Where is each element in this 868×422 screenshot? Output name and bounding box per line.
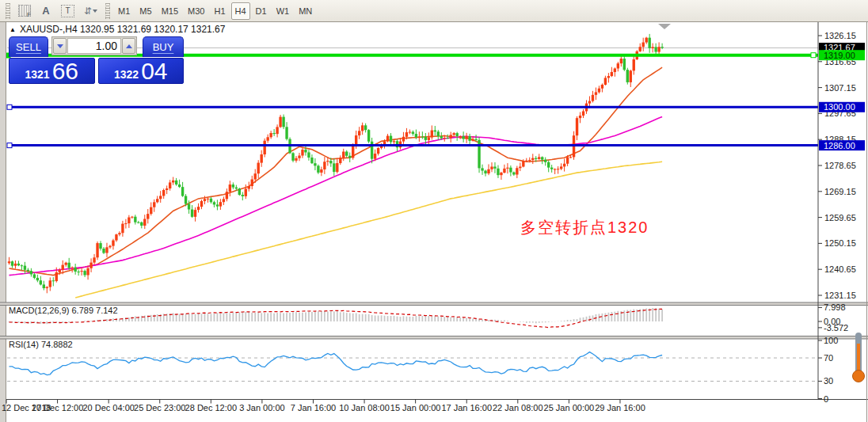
thermometer-bulb	[852, 370, 865, 382]
candle-body	[490, 166, 493, 169]
candle-body	[409, 132, 411, 133]
candle-body	[137, 222, 139, 223]
candle-body	[348, 156, 351, 158]
top-toolbar: F A T ⇵ M1M5M15M30H1H4D1W1MN	[0, 0, 868, 22]
buy-tab[interactable]: BUY	[143, 36, 184, 57]
candle-body	[248, 186, 250, 188]
time-tick-label: 15 Jan 00:00	[390, 403, 441, 412]
candle-body	[162, 190, 165, 196]
mt4-terminal: { "toolbar": { "icons": [ {"name": "grid…	[0, 0, 868, 422]
candle-body	[159, 196, 162, 199]
candle-body	[276, 127, 278, 134]
candle-body	[367, 130, 370, 142]
time-tick-label: 10 Jan 08:00	[339, 403, 390, 412]
time-tick-label: 17 Jan 16:00	[441, 403, 492, 412]
candle-body	[93, 257, 95, 262]
volume-input[interactable]	[67, 38, 121, 54]
toolbar-grip[interactable]	[105, 3, 110, 19]
volume-control	[51, 36, 137, 55]
candle-body	[592, 95, 594, 101]
timeframe-toolbar: M1M5M15M30H1H4D1W1MN	[113, 2, 317, 20]
candle-body	[115, 234, 117, 240]
candle-body	[516, 168, 518, 174]
timeframe-button-D1[interactable]: D1	[252, 2, 271, 20]
sell-price-button[interactable]: 1321 66	[9, 58, 95, 84]
text-label-button[interactable]: T	[57, 2, 78, 20]
candle-body	[506, 168, 508, 169]
rsi-label: RSI(14) 74.8882	[9, 340, 73, 349]
buy-price-button[interactable]: 1322 04	[98, 58, 185, 84]
candle-body	[465, 136, 467, 139]
candle-body	[550, 168, 553, 169]
candle-body	[412, 132, 414, 135]
timeframe-button-W1[interactable]: W1	[272, 2, 294, 20]
candle-body	[245, 189, 247, 196]
candle-body	[102, 249, 105, 253]
candle-body	[648, 38, 650, 48]
toolbar-grip[interactable]	[6, 3, 10, 19]
text-box-icon: T	[61, 5, 74, 17]
candle-body	[424, 137, 427, 140]
blue-line-handle[interactable]	[7, 143, 12, 148]
rsi-axis-label: 70	[824, 353, 833, 363]
candle-body	[298, 156, 300, 158]
candle-body	[654, 47, 657, 51]
candle-body	[254, 173, 257, 179]
volume-increase-button[interactable]	[122, 38, 135, 54]
candle-body	[333, 163, 335, 172]
timeframe-button-M15[interactable]: M15	[158, 2, 182, 20]
price-tick-label: 1326.15	[824, 31, 856, 40]
chevron-down-icon	[93, 10, 97, 15]
candle-body	[188, 203, 190, 209]
candle-body	[223, 199, 225, 202]
candle-body	[282, 117, 284, 127]
candle-body	[121, 224, 124, 234]
candle-body	[554, 169, 556, 170]
volume-decrease-button[interactable]	[53, 38, 67, 54]
time-tick-label: 17 Dec 12:00	[32, 403, 83, 412]
panel-splitter[interactable]	[0, 336, 868, 340]
candle-body	[46, 287, 48, 288]
candle-body	[105, 247, 108, 253]
candle-body	[317, 165, 319, 173]
candle-body	[471, 139, 474, 141]
candle-body	[77, 272, 79, 272]
panel-splitter[interactable]	[0, 302, 868, 306]
candle-body	[428, 137, 430, 139]
grid-button[interactable]: F	[14, 2, 35, 20]
font-button[interactable]: A	[36, 2, 55, 20]
candle-body	[147, 214, 149, 219]
blue-line-handle[interactable]	[7, 105, 12, 109]
macd-axis-label: 7.998	[824, 302, 846, 312]
candle-body	[178, 184, 181, 187]
candle-body	[67, 263, 70, 268]
timeframe-button-M30[interactable]: M30	[184, 2, 208, 20]
timeframe-button-H4[interactable]: H4	[231, 2, 250, 20]
candle-body	[352, 146, 354, 158]
green-line-handle[interactable]	[811, 53, 816, 58]
candle-body	[336, 163, 338, 172]
time-tick-label: 29 Jan 16:00	[595, 403, 645, 412]
rsi-axis-label: 100	[824, 336, 838, 345]
cursor-tool-button[interactable]: ⇵	[80, 2, 101, 20]
candle-body	[112, 241, 114, 246]
candle-body	[611, 72, 613, 76]
collapse-arrow-icon[interactable]: ▲	[10, 26, 16, 33]
timeframe-button-MN[interactable]: MN	[295, 2, 316, 20]
candle-body	[437, 131, 440, 136]
sell-tab[interactable]: SELL	[9, 36, 48, 57]
timeframe-button-M1[interactable]: M1	[114, 2, 134, 20]
candle-body	[30, 271, 32, 274]
timeframe-button-H1[interactable]: H1	[210, 2, 229, 20]
macd-axis-label: -3.572	[824, 323, 848, 333]
timeframe-button-M5[interactable]: M5	[135, 2, 155, 20]
candle-body	[219, 202, 222, 206]
candle-body	[204, 199, 206, 201]
price-tick-label: 1259.65	[824, 213, 856, 222]
candle-body	[17, 264, 20, 265]
buy-price-pips: 04	[141, 60, 167, 83]
candle-body	[43, 284, 45, 288]
candle-body	[560, 166, 562, 169]
candle-body	[569, 157, 572, 158]
candle-body	[323, 162, 326, 169]
